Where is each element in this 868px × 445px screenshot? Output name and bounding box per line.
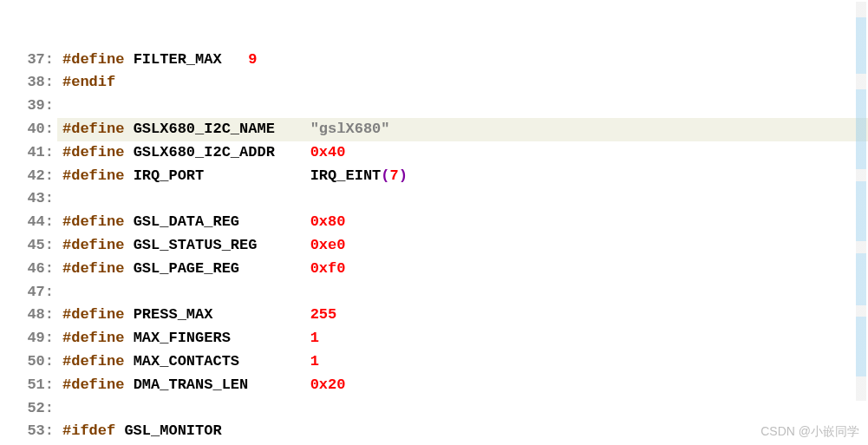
token-num: 0xe0 bbox=[310, 237, 346, 253]
code-content bbox=[57, 281, 62, 304]
code-content: #define MAX_CONTACTS 1 bbox=[57, 350, 319, 374]
line-number: 42: bbox=[0, 165, 57, 188]
code-content: #define PRESS_MAX 255 bbox=[57, 304, 336, 327]
token-ident: GSL_STATUS_REG bbox=[134, 237, 310, 253]
code-line[interactable]: 51:#define DMA_TRANS_LEN 0x20 bbox=[0, 374, 868, 397]
code-content: #define DMA_TRANS_LEN 0x20 bbox=[57, 374, 345, 397]
code-line[interactable]: 50:#define MAX_CONTACTS 1 bbox=[0, 350, 868, 374]
minimap[interactable] bbox=[856, 2, 866, 401]
code-line[interactable]: 40:#define GSLX680_I2C_NAME "gslX680" bbox=[0, 118, 868, 141]
token-pp: #define bbox=[62, 144, 134, 160]
token-num: 0xf0 bbox=[310, 260, 346, 277]
code-line[interactable]: 47: bbox=[0, 281, 868, 304]
code-content: #define GSLX680_I2C_NAME "gslX680" bbox=[57, 118, 868, 141]
token-pp: #define bbox=[62, 213, 134, 230]
token-pp: #define bbox=[62, 237, 134, 253]
line-number: 46: bbox=[0, 258, 57, 281]
code-line[interactable]: 41:#define GSLX680_I2C_ADDR 0x40 bbox=[0, 141, 868, 165]
code-line[interactable]: 45:#define GSL_STATUS_REG 0xe0 bbox=[0, 234, 868, 258]
token-pp: #define bbox=[62, 260, 134, 277]
token-num: 0x80 bbox=[310, 213, 346, 230]
code-line[interactable]: 49:#define MAX_FINGERS 1 bbox=[0, 327, 868, 350]
code-line[interactable]: 53:#ifdef GSL_MONITOR bbox=[0, 420, 868, 443]
code-content bbox=[57, 95, 62, 118]
token-ident: DMA_TRANS_LEN bbox=[134, 376, 310, 393]
line-number: 39: bbox=[0, 95, 57, 118]
code-content: #define GSLX680_I2C_ADDR 0x40 bbox=[57, 141, 345, 165]
token-pp: #define bbox=[62, 306, 134, 323]
code-content: #define GSL_PAGE_REG 0xf0 bbox=[57, 258, 345, 281]
code-content: #define FILTER_MAX 9 bbox=[57, 49, 257, 72]
token-str: "gslX680" bbox=[310, 121, 390, 137]
token-num: 255 bbox=[310, 306, 337, 323]
token-num: 1 bbox=[310, 330, 319, 346]
token-num: 0x40 bbox=[310, 144, 346, 160]
code-content bbox=[57, 397, 62, 421]
token-ident: GSL_DATA_REG bbox=[134, 213, 310, 230]
watermark: CSDN @小嵌同学 bbox=[760, 424, 859, 440]
token-num: 7 bbox=[390, 167, 399, 184]
line-number: 37: bbox=[0, 49, 57, 72]
code-content: #endif bbox=[57, 71, 115, 95]
line-number: 48: bbox=[0, 304, 57, 327]
token-pp: #define bbox=[62, 51, 134, 68]
token-pp: #define bbox=[62, 353, 134, 370]
line-number: 53: bbox=[0, 420, 57, 443]
line-number: 40: bbox=[0, 118, 57, 141]
token-pp: #ifdef bbox=[62, 422, 124, 439]
token-pp: #define bbox=[62, 376, 134, 393]
code-content: #define MAX_FINGERS 1 bbox=[57, 327, 319, 350]
line-number: 50: bbox=[0, 350, 57, 374]
code-content: #define GSL_STATUS_REG 0xe0 bbox=[57, 234, 345, 258]
token-ident: GSL_MONITOR bbox=[124, 422, 221, 439]
token-num: 1 bbox=[310, 353, 319, 370]
line-number: 49: bbox=[0, 327, 57, 350]
token-pp: #define bbox=[62, 330, 134, 346]
line-number: 44: bbox=[0, 211, 57, 234]
code-line[interactable]: 39: bbox=[0, 95, 868, 118]
code-editor[interactable]: 37:#define FILTER_MAX 938:#endif39:40:#d… bbox=[0, 0, 868, 445]
code-content: #define IRQ_PORT IRQ_EINT(7) bbox=[57, 165, 408, 188]
line-number: 43: bbox=[0, 187, 57, 211]
line-number: 51: bbox=[0, 374, 57, 397]
code-content: #ifdef GSL_MONITOR bbox=[57, 420, 222, 443]
token-num: 0x20 bbox=[310, 376, 346, 393]
code-line[interactable]: 42:#define IRQ_PORT IRQ_EINT(7) bbox=[0, 165, 868, 188]
token-num: 9 bbox=[248, 51, 257, 68]
token-pp: #endif bbox=[62, 74, 115, 90]
code-content: #define GSL_DATA_REG 0x80 bbox=[57, 211, 345, 234]
token-ident: GSLX680_I2C_NAME bbox=[134, 121, 310, 137]
token-call: IRQ_EINT bbox=[310, 167, 382, 184]
code-line[interactable]: 38:#endif bbox=[0, 71, 868, 95]
token-ident: GSL_PAGE_REG bbox=[134, 260, 310, 277]
code-line[interactable]: 44:#define GSL_DATA_REG 0x80 bbox=[0, 211, 868, 234]
token-ident: IRQ_PORT bbox=[134, 167, 310, 184]
line-number: 41: bbox=[0, 141, 57, 165]
code-content bbox=[57, 187, 62, 211]
code-line[interactable]: 37:#define FILTER_MAX 9 bbox=[0, 49, 868, 72]
token-ident: MAX_FINGERS bbox=[134, 330, 310, 346]
token-pp: #define bbox=[62, 167, 134, 184]
code-line[interactable]: 43: bbox=[0, 187, 868, 211]
code-line[interactable]: 46:#define GSL_PAGE_REG 0xf0 bbox=[0, 258, 868, 281]
token-ident: FILTER_MAX bbox=[134, 51, 249, 68]
code-line[interactable]: 52: bbox=[0, 397, 868, 421]
code-line[interactable]: 48:#define PRESS_MAX 255 bbox=[0, 304, 868, 327]
line-number: 52: bbox=[0, 397, 57, 421]
token-ident: GSLX680_I2C_ADDR bbox=[134, 144, 310, 160]
token-ident: MAX_CONTACTS bbox=[134, 353, 310, 370]
token-paren: ( bbox=[381, 167, 389, 184]
token-pp: #define bbox=[62, 121, 134, 137]
line-number: 45: bbox=[0, 234, 57, 258]
token-ident: PRESS_MAX bbox=[134, 306, 310, 323]
token-paren: ) bbox=[399, 167, 408, 184]
line-number: 38: bbox=[0, 71, 57, 95]
line-number: 47: bbox=[0, 281, 57, 304]
